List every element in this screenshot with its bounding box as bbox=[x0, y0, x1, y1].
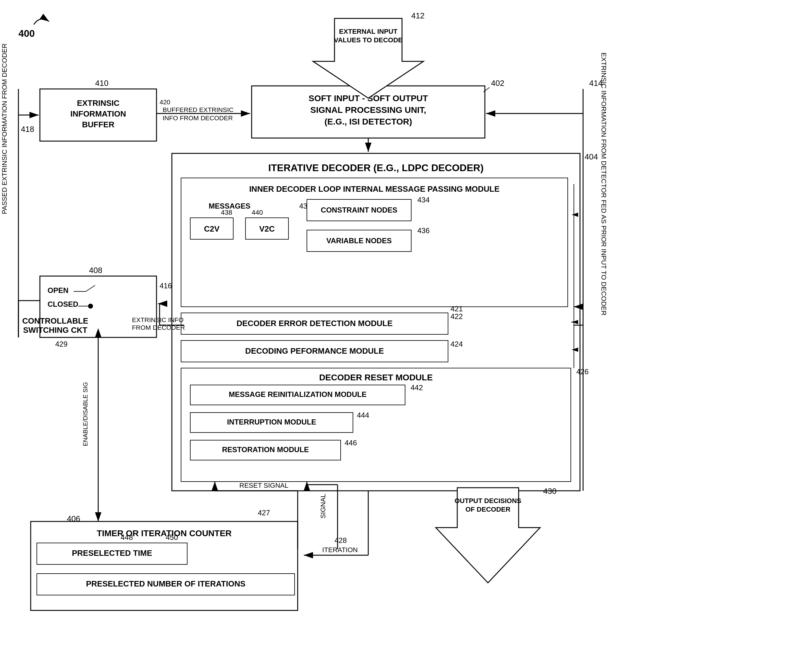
label-414: 414 bbox=[589, 79, 602, 88]
fig-number: 400 bbox=[18, 28, 35, 39]
label-427: 427 bbox=[258, 509, 270, 517]
label-442: 442 bbox=[411, 384, 423, 392]
label-428: 428 bbox=[334, 536, 347, 544]
controllable-label-1: CONTROLLABLE bbox=[22, 316, 88, 326]
label-412: 412 bbox=[411, 11, 424, 20]
label-427-text: RESET SIGNAL bbox=[240, 481, 288, 489]
label-buffered-1: BUFFERED EXTRINSIC bbox=[163, 106, 234, 113]
extrinsic-buffer-label-3: BUFFER bbox=[82, 120, 114, 129]
v2c-label: V2C bbox=[259, 224, 275, 233]
label-418-text: PASSED EXTRINSIC INFORMATION FROM DECODE… bbox=[1, 44, 8, 215]
label-428-text: SIGNAL bbox=[319, 494, 327, 519]
preselected-time-label: PRESELECTED TIME bbox=[72, 548, 152, 558]
open-label: OPEN bbox=[47, 286, 69, 294]
soft-input-label-3: (E.G., ISI DETECTOR) bbox=[324, 117, 412, 126]
message-reinit-label: MESSAGE REINITIALIZATION MODULE bbox=[229, 390, 367, 398]
label-448: 448 bbox=[121, 533, 133, 541]
decoder-error-label: DECODER ERROR DETECTION MODULE bbox=[237, 319, 392, 328]
diagram-container: 400 SOFT INPUT - SOFT OUTPUT SIGNAL PROC… bbox=[0, 0, 812, 646]
label-buffered-2: INFO FROM DECODER bbox=[163, 114, 233, 122]
label-416: 416 bbox=[160, 282, 172, 290]
inner-decoder-label: INNER DECODER LOOP INTERNAL MESSAGE PASS… bbox=[249, 184, 500, 193]
label-408: 408 bbox=[89, 266, 102, 275]
label-406: 406 bbox=[67, 514, 80, 523]
variable-nodes-label: VARIABLE NODES bbox=[327, 236, 392, 245]
decoder-reset-label: DECODER RESET MODULE bbox=[319, 373, 433, 382]
label-429-text: ENABLE/DISABLE SIG bbox=[82, 382, 89, 446]
decoding-perf-label: DECODING PEFORMANCE MODULE bbox=[245, 346, 384, 355]
label-416-2: FROM DECODER bbox=[132, 324, 185, 331]
output-decisions-label-2: OF DECODER bbox=[466, 506, 511, 513]
label-414-text: EXTRINSIC INFORMATION FROM DETECTOR FED … bbox=[600, 52, 607, 315]
controllable-label-2: SWITCHING CKT bbox=[23, 326, 87, 335]
label-421: 421 bbox=[450, 305, 463, 313]
extrinsic-buffer-label-2: INFORMATION bbox=[70, 109, 126, 119]
closed-label: CLOSED bbox=[47, 300, 78, 308]
label-426: 426 bbox=[576, 367, 589, 376]
label-410: 410 bbox=[95, 79, 108, 88]
label-416-1: EXTRINSIC INFO bbox=[132, 316, 183, 323]
label-450: 450 bbox=[166, 533, 178, 541]
iterative-decoder-label: ITERATIVE DECODER (E.G., LDPC DECODER) bbox=[268, 162, 484, 173]
label-424: 424 bbox=[450, 340, 463, 348]
output-decisions-label-1: OUTPUT DECISIONS bbox=[455, 497, 521, 504]
c2v-label: C2V bbox=[204, 224, 220, 233]
label-418: 418 bbox=[21, 125, 34, 134]
label-422: 422 bbox=[450, 312, 463, 320]
label-446: 446 bbox=[345, 439, 357, 447]
label-402: 402 bbox=[491, 79, 504, 88]
label-436: 436 bbox=[417, 226, 430, 235]
restoration-label: RESTORATION MODULE bbox=[222, 445, 309, 454]
extrinsic-buffer-label-1: EXTRINSIC bbox=[77, 99, 120, 108]
external-input-label-2: VALUES TO DECODE bbox=[334, 36, 403, 44]
label-429: 429 bbox=[55, 340, 67, 348]
interruption-label: INTERRUPTION MODULE bbox=[227, 418, 316, 426]
label-iter-text: ITERATION bbox=[322, 546, 358, 554]
label-440: 440 bbox=[252, 209, 263, 216]
soft-input-label-2: SIGNAL PROCESSING UNIT, bbox=[310, 105, 426, 115]
diagram-svg: 400 SOFT INPUT - SOFT OUTPUT SIGNAL PROC… bbox=[0, 0, 812, 646]
timer-label: TIMER OR ITERATION COUNTER bbox=[97, 529, 232, 538]
label-444: 444 bbox=[357, 411, 369, 419]
preselected-iter-label: PRESELECTED NUMBER OF ITERATIONS bbox=[86, 579, 246, 588]
label-438: 438 bbox=[221, 209, 232, 216]
constraint-nodes-label: CONSTRAINT NODES bbox=[321, 206, 397, 214]
label-420-1: 420 bbox=[160, 99, 170, 105]
label-404: 404 bbox=[585, 152, 598, 162]
closed-dot bbox=[88, 304, 93, 309]
external-input-label-1: EXTERNAL INPUT bbox=[339, 27, 398, 35]
label-430: 430 bbox=[543, 486, 556, 496]
label-434: 434 bbox=[417, 196, 430, 204]
